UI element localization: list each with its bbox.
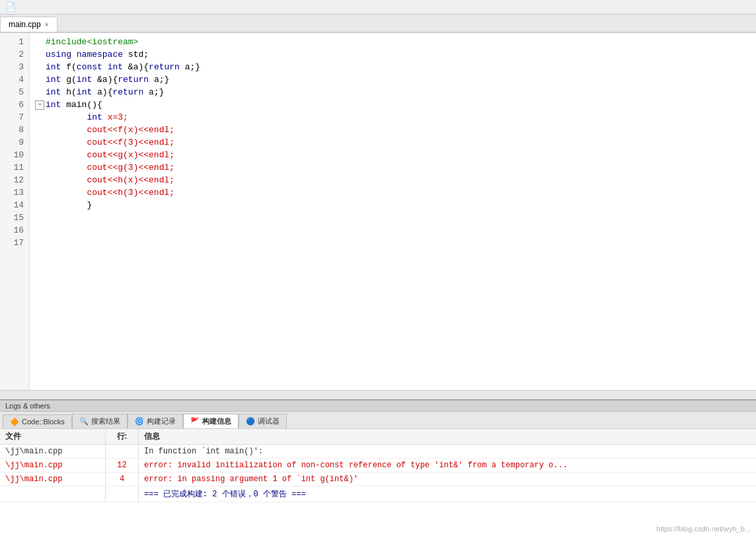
tab-label: main.cpp bbox=[9, 20, 41, 29]
code-line: cout<<g(3)<<endl; bbox=[35, 161, 751, 174]
code-area[interactable]: #include<iostream>using namespace std;in… bbox=[30, 33, 756, 390]
line-number: 1 bbox=[0, 36, 29, 48]
title-icon: 📄 bbox=[5, 2, 16, 13]
code-token: #include<iostream> bbox=[46, 36, 138, 48]
code-line: cout<<g(x)<<endl; bbox=[35, 149, 751, 161]
code-token: int bbox=[46, 98, 66, 111]
line-number: 15 bbox=[0, 211, 29, 224]
row-line bbox=[106, 486, 139, 502]
editor-container: 1234567891011121314151617 #include<iostr… bbox=[0, 33, 756, 390]
row-file: \jj\main.cpp bbox=[0, 473, 106, 486]
code-token: cout<<h(3)<<endl; bbox=[87, 186, 174, 199]
code-token bbox=[46, 161, 87, 174]
build-log-icon: 🌀 bbox=[135, 417, 144, 426]
bottom-tab-search[interactable]: 🔍搜索结果 bbox=[72, 414, 128, 428]
row-line: 4 bbox=[106, 473, 139, 486]
debugger-icon: 🔵 bbox=[246, 417, 255, 426]
line-number: 6 bbox=[0, 98, 29, 111]
code-token bbox=[46, 111, 87, 124]
code-token: &a){ bbox=[97, 73, 118, 86]
code-line: cout<<f(x)<<endl; bbox=[35, 124, 751, 136]
code-token: const bbox=[77, 61, 108, 73]
table-header: 文件 行: 信息 bbox=[0, 429, 756, 445]
code-token: int bbox=[46, 61, 66, 73]
code-line: int h(int a){return a;} bbox=[35, 86, 751, 98]
bottom-tab-label: 搜索结果 bbox=[91, 416, 120, 426]
code-token bbox=[46, 186, 87, 199]
code-token: x=3; bbox=[108, 111, 128, 124]
fold-icon[interactable]: − bbox=[35, 100, 44, 110]
line-number: 5 bbox=[0, 86, 29, 98]
code-token: } bbox=[87, 199, 92, 211]
code-line: } bbox=[35, 199, 751, 211]
line-number: 11 bbox=[0, 161, 29, 174]
col-header-file: 文件 bbox=[0, 429, 106, 444]
line-number: 7 bbox=[0, 111, 29, 124]
code-token: cout<<f(3)<<endl; bbox=[87, 136, 174, 149]
bottom-tab-build-info[interactable]: 🚩构建信息 bbox=[183, 414, 239, 428]
code-token: &a){ bbox=[128, 61, 149, 73]
code-line: int f(const int &a){return a;} bbox=[35, 61, 751, 73]
col-header-line: 行: bbox=[106, 429, 139, 444]
code-token: cout<<g(x)<<endl; bbox=[87, 149, 174, 161]
bottom-tab-build-log[interactable]: 🌀构建记录 bbox=[128, 414, 183, 428]
title-bar: 📄 bbox=[0, 0, 756, 15]
bottom-tab-label: 构建信息 bbox=[202, 416, 231, 426]
code-token bbox=[46, 199, 87, 211]
bottom-panel: Logs & others 🔶Code::Blocks🔍搜索结果🌀构建记录🚩构建… bbox=[0, 399, 756, 538]
line-number: 13 bbox=[0, 186, 29, 199]
code-token: cout<<h(x)<<endl; bbox=[87, 174, 174, 186]
code-token: namespace bbox=[77, 48, 128, 61]
bottom-tab-debugger[interactable]: 🔵调试器 bbox=[239, 414, 287, 428]
line-number: 17 bbox=[0, 237, 29, 249]
logs-label: Logs & others bbox=[0, 401, 756, 412]
code-token: h( bbox=[66, 86, 77, 98]
table-row[interactable]: === 已完成构建: 2 个错误，0 个警告 === bbox=[0, 486, 756, 502]
code-line: −int main(){ bbox=[35, 98, 751, 111]
bottom-tab-label: Code::Blocks bbox=[22, 418, 65, 426]
line-number: 12 bbox=[0, 174, 29, 186]
build-info-icon: 🚩 bbox=[190, 417, 200, 426]
bottom-tabs: 🔶Code::Blocks🔍搜索结果🌀构建记录🚩构建信息🔵调试器 bbox=[0, 412, 756, 429]
row-file: \jj\main.cpp bbox=[0, 459, 106, 472]
row-message: error: invalid initialization of non-con… bbox=[139, 459, 756, 472]
code-token bbox=[46, 174, 87, 186]
code-token: a;} bbox=[149, 86, 164, 98]
code-token: cout<<f(x)<<endl; bbox=[87, 124, 174, 136]
row-file bbox=[0, 486, 106, 502]
watermark: https://blog.csdn.net/wyh_b... bbox=[657, 525, 751, 533]
row-file: \jj\main.cpp bbox=[0, 445, 106, 458]
row-line: 12 bbox=[106, 459, 139, 472]
bottom-tab-codeblocks[interactable]: 🔶Code::Blocks bbox=[3, 414, 72, 428]
table-row[interactable]: \jj\main.cpp12error: invalid initializat… bbox=[0, 459, 756, 473]
code-token bbox=[46, 149, 87, 161]
code-line: cout<<f(3)<<endl; bbox=[35, 136, 751, 149]
main-cpp-tab[interactable]: main.cpp × bbox=[0, 17, 57, 32]
line-number: 3 bbox=[0, 61, 29, 73]
line-number: 4 bbox=[0, 73, 29, 86]
table-row[interactable]: \jj\main.cppIn function `int main()': bbox=[0, 445, 756, 459]
line-number: 2 bbox=[0, 48, 29, 61]
tab-bar: main.cpp × bbox=[0, 15, 756, 33]
code-token: a){ bbox=[97, 86, 112, 98]
code-token: int bbox=[46, 86, 66, 98]
tab-close-button[interactable]: × bbox=[45, 21, 49, 28]
horizontal-scrollbar[interactable] bbox=[0, 390, 756, 399]
row-message: === 已完成构建: 2 个错误，0 个警告 === bbox=[139, 486, 756, 502]
code-line: #include<iostream> bbox=[35, 36, 751, 48]
search-icon: 🔍 bbox=[79, 417, 89, 426]
code-line: int x=3; bbox=[35, 111, 751, 124]
line-number: 16 bbox=[0, 224, 29, 237]
row-message: In function `int main()': bbox=[139, 445, 756, 458]
row-line bbox=[106, 445, 139, 458]
code-token: g( bbox=[66, 73, 77, 86]
code-token: int bbox=[108, 61, 128, 73]
code-token: main(){ bbox=[66, 98, 102, 111]
code-line: cout<<h(3)<<endl; bbox=[35, 186, 751, 199]
code-token: cout<<g(3)<<endl; bbox=[87, 161, 174, 174]
table-row[interactable]: \jj\main.cpp4error: in passing argument … bbox=[0, 473, 756, 486]
code-token: int bbox=[87, 111, 107, 124]
code-token: f( bbox=[66, 61, 77, 73]
code-line: cout<<h(x)<<endl; bbox=[35, 174, 751, 186]
line-numbers: 1234567891011121314151617 bbox=[0, 33, 30, 390]
